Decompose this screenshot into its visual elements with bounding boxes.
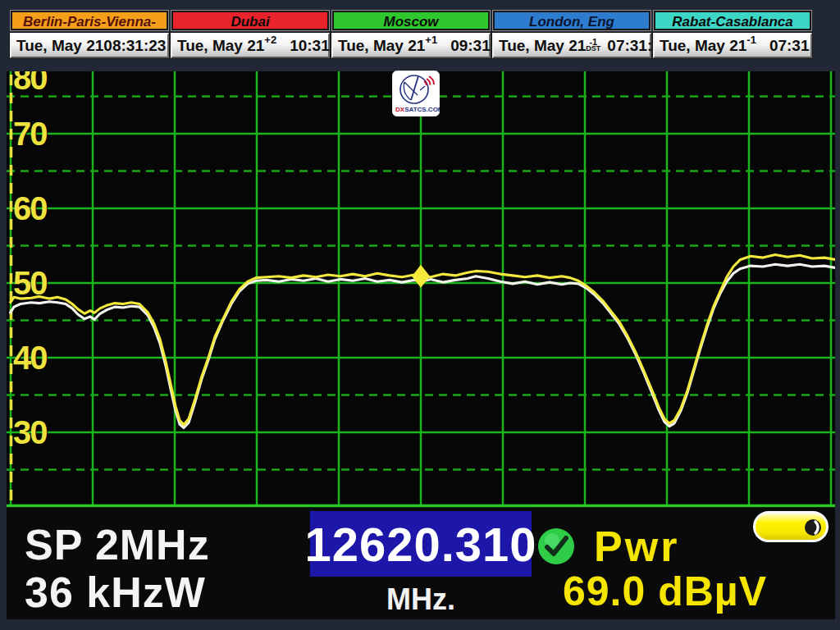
spectrum-svg[interactable] [7,71,835,509]
clock-panel-moscow: Moscow Tue, May 21 +1 09:31 [331,11,491,60]
clock-date: Tue, May 21 [177,37,264,55]
clock-city-label: Berlin-Paris-Vienna-Roma [11,11,168,30]
y-axis-label: 40 [13,340,79,376]
audio-toggle[interactable] [753,511,829,542]
clock-date: Tue, May 21 [16,37,103,55]
clock-city-label: London, Eng [493,11,651,30]
clock-time-row: Tue, May 21 +1 09:31 [331,33,491,58]
power-label: Pwr [594,522,679,571]
clock-date: Tue, May 21 [660,37,746,55]
clock-time: 07:31 [769,37,810,55]
clock-panel-london: London, Eng Tue, May 21 -1 DST 07:31:23 [492,11,651,60]
clock-time-row: Tue, May 21 08:31:23 [10,33,169,58]
readout-bar: SP 2MHz 36 kHzW 12620.310 MHz. Pwr 69.0 … [7,509,835,619]
span-readout: SP 2MHz [25,520,210,569]
logo-text-dx: DX [395,106,405,113]
y-axis-label: 60 [13,190,79,226]
dxsatcs-logo: DXSATCS.COM [392,71,440,116]
speaker-icon [801,516,824,539]
clock-panel-dubai: Dubai Tue, May 21 +2 10:31 [171,11,330,60]
svg-text:DXSATCS.COM: DXSATCS.COM [395,106,440,113]
timezone-offset: -1 [746,34,756,46]
clock-time: 09:31 [450,37,491,55]
y-axis-label: 50 [13,265,79,301]
clock-time-row: Tue, May 21 -1 DST 07:31:23 [492,33,651,58]
clock-panel-berlin: Berlin-Paris-Vienna-Roma Tue, May 21 08:… [10,11,169,60]
clock-panel-rabat: Rabat-Casablanca Tue, May 21 -1 07:31 [653,11,812,60]
clock-time-row: Tue, May 21 +2 10:31 [171,33,330,58]
frequency-unit-label: MHz. [310,582,532,617]
trace-white [10,264,835,427]
spectrum-plot[interactable]: 807060504030 [7,71,835,509]
clock-time: 08:31:23 [103,37,166,55]
lock-ok-check-icon [536,527,576,566]
clock-time: 10:31 [290,37,330,55]
logo-text-rest: SATCS.COM [404,106,440,113]
timezone-offset: +1 [425,34,437,46]
y-axis-label: 80 [13,71,79,96]
y-axis-label: 70 [13,116,79,152]
frequency-display[interactable]: 12620.310 [310,511,532,577]
bandwidth-readout: 36 kHzW [25,568,206,617]
clock-date: Tue, May 21 [338,37,425,55]
frequency-marker[interactable] [412,265,430,288]
dst-indicator: -1 DST [586,39,600,52]
y-axis-label: 30 [13,414,79,450]
clock-city-label: Moscow [332,11,490,30]
timezone-offset: +2 [264,34,276,46]
clock-time-row: Tue, May 21 -1 07:31 [653,33,812,58]
clock-city-label: Rabat-Casablanca [654,11,811,30]
clock-date: Tue, May 21 [499,37,586,55]
power-value: 69.0 dBµV [563,568,767,615]
spectrum-analyzer-screen: Berlin-Paris-Vienna-Roma Tue, May 21 08:… [0,0,840,630]
clock-city-label: Dubai [171,11,329,30]
